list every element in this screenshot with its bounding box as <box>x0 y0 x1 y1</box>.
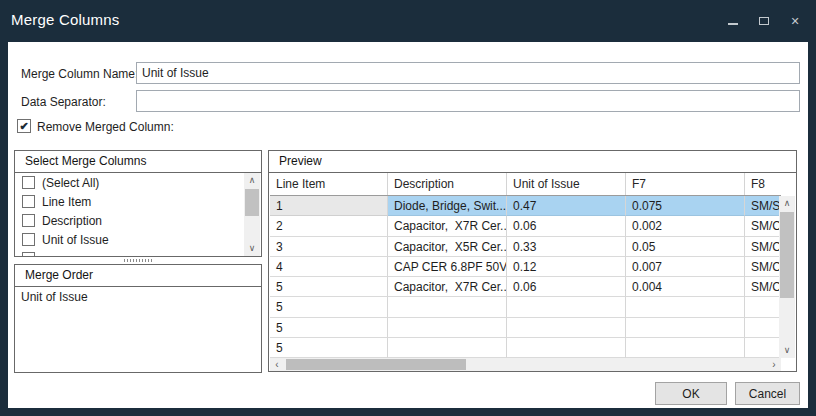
column-header[interactable]: Line Item <box>270 173 388 195</box>
table-cell[interactable]: SM/S <box>745 196 781 216</box>
table-cell[interactable]: 2 <box>270 216 388 236</box>
merge-column-option[interactable]: (Select All) <box>16 173 244 192</box>
window-title: Merge Columns <box>11 11 119 28</box>
titlebar[interactable]: Merge Columns ✕ <box>0 0 816 42</box>
scroll-up-icon[interactable]: ∧ <box>244 173 260 188</box>
table-cell[interactable]: 0.004 <box>626 277 745 297</box>
table-cell[interactable]: 0.06 <box>507 277 626 297</box>
table-cell[interactable] <box>388 338 507 358</box>
table-cell[interactable] <box>507 297 626 317</box>
option-label: Unit of Issue <box>42 233 109 247</box>
table-cell[interactable]: SM/C <box>745 237 781 257</box>
table-cell[interactable]: 5 <box>270 277 388 297</box>
merge-order-item[interactable]: Unit of Issue <box>16 287 260 304</box>
scroll-left-icon[interactable]: ‹ <box>270 358 284 371</box>
table-cell[interactable]: 1 <box>270 196 388 216</box>
merge-column-name-label: Merge Column Name: <box>21 67 138 81</box>
column-header[interactable]: Unit of Issue <box>507 173 626 195</box>
table-cell[interactable]: 0.12 <box>507 257 626 277</box>
remove-merged-column-checkbox[interactable]: ✔ <box>17 119 31 133</box>
table-cell[interactable]: SM/C <box>745 216 781 236</box>
table-cell[interactable] <box>745 318 781 338</box>
ok-button[interactable]: OK <box>655 382 727 405</box>
column-header[interactable]: Description <box>388 173 507 195</box>
preview-horizontal-scrollbar[interactable]: ‹ › <box>270 358 781 371</box>
minimize-button[interactable] <box>726 14 740 28</box>
preview-vertical-scrollbar[interactable]: ∧ ∨ <box>779 196 795 358</box>
merge-order-list: Unit of Issue <box>16 287 260 371</box>
checkbox-icon[interactable] <box>22 233 35 246</box>
merge-column-name-input[interactable] <box>136 62 800 84</box>
select-merge-columns-panel: Select Merge Columns (Select All)Line It… <box>14 150 262 257</box>
table-cell[interactable]: SM/C <box>745 257 781 277</box>
table-cell[interactable] <box>388 318 507 338</box>
table-row[interactable]: 5 <box>270 297 781 317</box>
table-cell[interactable]: 4 <box>270 257 388 277</box>
table-cell[interactable]: 0.47 <box>507 196 626 216</box>
checkbox-icon[interactable] <box>22 195 35 208</box>
checkbox-icon[interactable] <box>22 214 35 227</box>
close-button[interactable]: ✕ <box>788 14 802 28</box>
merge-column-option[interactable]: Description <box>16 211 244 230</box>
dialog-content: Merge Column Name: Data Separator: ✔ Rem… <box>8 42 808 408</box>
table-row[interactable]: 4CAP CER 6.8PF 50V...0.120.007SM/C <box>270 257 781 277</box>
table-cell[interactable]: 0.33 <box>507 237 626 257</box>
column-header[interactable]: F8 <box>745 173 781 195</box>
table-row[interactable]: 1Diode, Bridge, Swit...0.470.075SM/S <box>270 196 781 216</box>
table-cell[interactable] <box>507 318 626 338</box>
columns-list-scrollbar[interactable]: ∧ ∨ <box>244 173 260 256</box>
cancel-button[interactable]: Cancel <box>735 382 800 405</box>
table-cell[interactable]: 5 <box>270 297 388 317</box>
table-cell[interactable]: Capacitor, X7R Cer... <box>388 216 507 236</box>
table-cell[interactable]: Diode, Bridge, Swit... <box>388 196 507 216</box>
table-cell[interactable] <box>626 338 745 358</box>
table-row[interactable]: 5Capacitor, X7R Cer...0.060.004SM/C <box>270 277 781 297</box>
table-row[interactable]: 5 <box>270 338 781 358</box>
data-separator-label: Data Separator: <box>21 95 106 109</box>
window-controls: ✕ <box>726 12 802 30</box>
merge-column-option[interactable]: Unit of Issue <box>16 230 244 249</box>
data-separator-input[interactable] <box>136 90 800 112</box>
splitter-grip-icon <box>124 259 152 262</box>
maximize-button[interactable] <box>757 14 771 28</box>
scrollbar-thumb[interactable] <box>245 189 259 216</box>
table-cell[interactable]: 0.075 <box>626 196 745 216</box>
table-cell[interactable]: 0.05 <box>626 237 745 257</box>
scroll-down-icon[interactable]: ∨ <box>779 343 795 358</box>
checkbox-icon[interactable] <box>22 176 35 189</box>
preview-table-body: 1Diode, Bridge, Swit...0.470.075SM/S2Cap… <box>270 196 781 358</box>
scrollbar-thumb[interactable] <box>780 212 794 298</box>
table-row[interactable]: 5 <box>270 318 781 338</box>
scroll-up-icon[interactable]: ∧ <box>779 196 795 211</box>
preview-column-headers: Line ItemDescriptionUnit of IssueF7F8 <box>270 173 781 196</box>
table-cell[interactable] <box>626 318 745 338</box>
merge-column-option[interactable]: Line Item <box>16 192 244 211</box>
table-row[interactable]: 2Capacitor, X7R Cer...0.060.002SM/C <box>270 216 781 236</box>
table-cell[interactable] <box>507 338 626 358</box>
scroll-right-icon[interactable]: › <box>767 358 781 371</box>
table-cell[interactable]: 0.007 <box>626 257 745 277</box>
option-label: (Select All) <box>42 176 99 190</box>
table-cell[interactable]: SM/C <box>745 277 781 297</box>
merge-order-panel: Merge Order Unit of Issue <box>14 264 262 373</box>
table-cell[interactable]: Capacitor, X5R Cer... <box>388 237 507 257</box>
preview-panel: Preview Line ItemDescriptionUnit of Issu… <box>268 150 797 372</box>
merge-columns-list: (Select All)Line ItemDescriptionUnit of … <box>16 173 244 255</box>
table-cell[interactable]: 3 <box>270 237 388 257</box>
column-header[interactable]: F7 <box>626 173 745 195</box>
table-cell[interactable]: 0.06 <box>507 216 626 236</box>
table-cell[interactable]: 0.002 <box>626 216 745 236</box>
merge-order-title: Merge Order <box>15 265 261 287</box>
scrollbar-thumb[interactable] <box>286 359 466 370</box>
table-cell[interactable] <box>388 297 507 317</box>
table-cell[interactable]: Capacitor, X7R Cer... <box>388 277 507 297</box>
panel-splitter[interactable] <box>14 257 262 264</box>
table-cell[interactable]: 5 <box>270 318 388 338</box>
table-row[interactable]: 3Capacitor, X5R Cer...0.330.05SM/C <box>270 237 781 257</box>
table-cell[interactable] <box>745 338 781 358</box>
table-cell[interactable] <box>626 297 745 317</box>
table-cell[interactable]: CAP CER 6.8PF 50V... <box>388 257 507 277</box>
scroll-down-icon[interactable]: ∨ <box>244 241 260 256</box>
table-cell[interactable]: 5 <box>270 338 388 358</box>
table-cell[interactable] <box>745 297 781 317</box>
